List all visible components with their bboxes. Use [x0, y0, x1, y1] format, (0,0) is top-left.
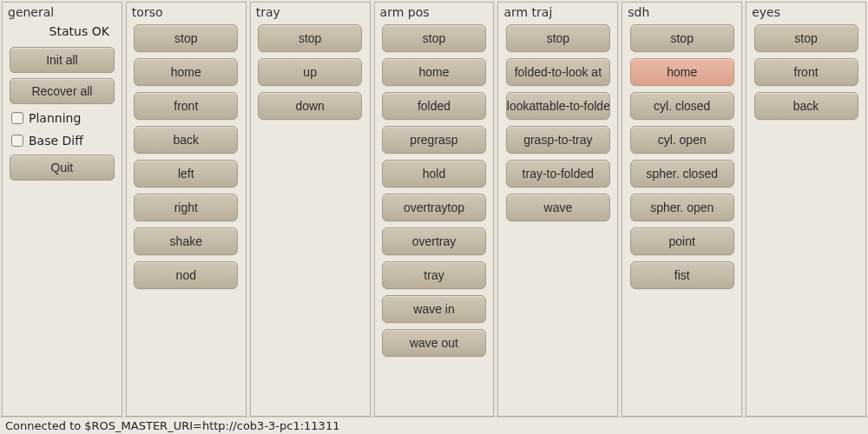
arm-traj-folded-to-look-at-button[interactable]: folded-to-look at [506, 58, 610, 86]
planning-checkbox[interactable]: Planning [10, 109, 115, 127]
panel-tray: tray stopupdown [250, 2, 371, 417]
panel-arm-traj: arm traj stopfolded-to-look atlookattabl… [497, 2, 618, 417]
arm-pos-home-button[interactable]: home [382, 58, 486, 86]
eyes-stop-button[interactable]: stop [754, 24, 858, 52]
panel-body: stopfolded-to-look atlookattable-to-fold… [498, 24, 617, 221]
sdh-spher-closed-button[interactable]: spher. closed [630, 160, 734, 187]
checkbox-label: Planning [29, 111, 81, 125]
arm-traj-grasp-to-tray-button[interactable]: grasp-to-tray [506, 126, 610, 154]
panel-body: stopupdown [251, 24, 370, 120]
tray-down-button[interactable]: down [258, 92, 362, 120]
arm-pos-pregrasp-button[interactable]: pregrasp [382, 126, 486, 154]
panel-body: stophomecyl. closedcyl. openspher. close… [622, 24, 741, 289]
tray-stop-button[interactable]: stop [258, 24, 362, 52]
panel-header: arm pos [375, 3, 494, 24]
panel-sdh: sdh stophomecyl. closedcyl. openspher. c… [621, 2, 742, 417]
init-all-button[interactable]: Init all [10, 47, 115, 73]
arm-pos-hold-button[interactable]: hold [382, 160, 486, 187]
recover-all-button[interactable]: Recover all [10, 78, 115, 104]
sdh-stop-button[interactable]: stop [630, 24, 734, 52]
panel-header: eyes [746, 3, 865, 24]
panel-eyes: eyes stopfrontback [746, 2, 866, 417]
torso-nod-button[interactable]: nod [134, 261, 238, 289]
arm-traj-wave-button[interactable]: wave [506, 194, 610, 221]
eyes-back-button[interactable]: back [754, 92, 858, 120]
panel-header: sdh [622, 3, 741, 24]
torso-home-button[interactable]: home [134, 58, 238, 86]
panel-torso: torso stophomefrontbackleftrightshakenod [126, 2, 247, 417]
panels-row: general Status OK Init all Recover all P… [0, 0, 868, 417]
panel-header: tray [251, 3, 370, 24]
checkbox-label: Base Diff [29, 134, 83, 148]
checkbox-icon [11, 135, 23, 147]
panel-header: arm traj [498, 3, 617, 24]
arm-traj-lookattable-to-folded-button[interactable]: lookattable-to-folded [506, 92, 610, 120]
panel-arm-pos: arm pos stophomefoldedpregraspholdovertr… [374, 2, 495, 417]
torso-left-button[interactable]: left [134, 160, 238, 187]
panel-header-general: general [3, 3, 122, 24]
arm-pos-wave-in-button[interactable]: wave in [382, 295, 486, 323]
arm-traj-tray-to-folded-button[interactable]: tray-to-folded [506, 160, 610, 187]
tray-up-button[interactable]: up [258, 58, 362, 86]
torso-right-button[interactable]: right [134, 194, 238, 221]
panel-body: stopfrontback [746, 24, 865, 120]
torso-back-button[interactable]: back [134, 126, 238, 154]
torso-stop-button[interactable]: stop [134, 24, 238, 52]
eyes-front-button[interactable]: front [754, 58, 858, 86]
quit-button[interactable]: Quit [10, 155, 115, 181]
sdh-spher-open-button[interactable]: spher. open [630, 194, 734, 221]
arm-pos-wave-out-button[interactable]: wave out [382, 329, 486, 357]
torso-front-button[interactable]: front [134, 92, 238, 120]
sdh-point-button[interactable]: point [630, 227, 734, 255]
sdh-fist-button[interactable]: fist [630, 261, 734, 289]
status-bar: Connected to $ROS_MASTER_URI=http://cob3… [0, 417, 868, 434]
arm-pos-overtray-button[interactable]: overtray [382, 227, 486, 255]
arm-pos-stop-button[interactable]: stop [382, 24, 486, 52]
base-diff-checkbox[interactable]: Base Diff [10, 132, 115, 149]
panel-body: stophomefrontbackleftrightshakenod [127, 24, 246, 289]
sdh-home-button[interactable]: home [630, 58, 734, 86]
sdh-cyl-open-button[interactable]: cyl. open [630, 126, 734, 154]
sdh-cyl-closed-button[interactable]: cyl. closed [630, 92, 734, 120]
torso-shake-button[interactable]: shake [134, 227, 238, 255]
checkbox-icon [11, 112, 23, 124]
arm-pos-folded-button[interactable]: folded [382, 92, 486, 120]
panel-header: torso [127, 3, 246, 24]
panel-general: general Status OK Init all Recover all P… [2, 2, 122, 417]
status-text: Status OK [10, 24, 115, 42]
arm-traj-stop-button[interactable]: stop [506, 24, 610, 52]
arm-pos-overtraytop-button[interactable]: overtraytop [382, 194, 486, 221]
arm-pos-tray-button[interactable]: tray [382, 261, 486, 289]
panel-body: stophomefoldedpregraspholdovertraytopove… [375, 24, 494, 357]
